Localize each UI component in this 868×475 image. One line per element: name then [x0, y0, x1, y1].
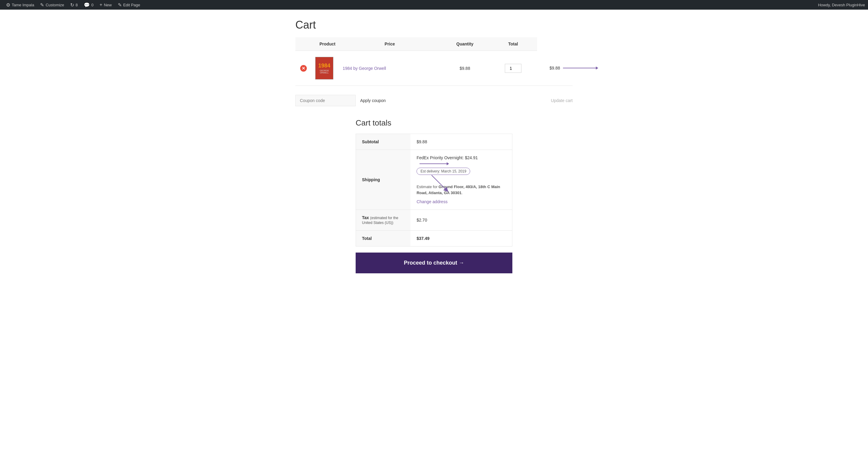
item-price: $9.88: [460, 66, 470, 71]
table-row: ✕ 1984 GEORGEORWELL 1984 by George Orwel…: [296, 51, 572, 86]
total-label: Total: [356, 231, 411, 246]
total-value: $37.49: [410, 231, 512, 246]
col-product-thumbnail: 1984 GEORGEORWELL: [312, 51, 339, 86]
edit-icon: ✎: [40, 2, 44, 8]
col-quantity: [489, 51, 537, 86]
subtotal-value: $9.88: [410, 134, 512, 150]
plus-icon: +: [99, 2, 102, 7]
col-price: $9.88: [440, 51, 489, 86]
shipping-method: FedEx Priority Overnight: $24.91: [416, 155, 506, 165]
cart-totals-title: Cart totals: [355, 118, 513, 128]
col-product-name: 1984 by George Orwell: [339, 51, 441, 86]
cart-table: Product Price Quantity Total ✕ 1984: [296, 37, 572, 86]
item-total: $9.88: [550, 66, 560, 70]
quantity-input[interactable]: [505, 64, 521, 73]
total-col-wrapper: $9.88: [550, 66, 560, 70]
admin-bar-comments[interactable]: 💬 0: [81, 0, 96, 10]
shipping-right-arrow: [420, 162, 449, 165]
arrow-line: [563, 68, 596, 68]
col-remove: ✕: [296, 51, 312, 86]
updates-icon: ↻: [70, 2, 74, 8]
coupon-left: Apply coupon: [296, 95, 386, 106]
col-header-total: Total: [489, 37, 537, 51]
admin-bar: ⚙ Tame Impala ✎ Customize ↻ 8 💬 0 + New …: [0, 0, 868, 10]
apply-coupon-button[interactable]: Apply coupon: [360, 98, 386, 103]
tax-value: $2.70: [410, 210, 512, 231]
totals-table: Subtotal $9.88 Shipping FedEx Priority O…: [355, 134, 513, 246]
shipping-cell-wrapper: FedEx Priority Overnight: $24.91 Est del…: [416, 155, 506, 204]
total-row: Total $37.49: [356, 231, 513, 246]
subtotal-row: Subtotal $9.88: [356, 134, 513, 150]
wordpress-icon: ⚙: [6, 2, 10, 8]
tax-label: Tax (estimated for the United States (US…: [356, 210, 411, 231]
arrow-head-right: [447, 162, 449, 165]
admin-bar-updates[interactable]: ↻ 8: [67, 0, 81, 10]
admin-bar-site[interactable]: ⚙ Tame Impala: [3, 0, 37, 10]
user-greeting: Howdy, Devesh PluginHive: [818, 3, 865, 7]
cart-totals-section: Cart totals Subtotal $9.88 Shipping FedE…: [355, 118, 513, 273]
product-link[interactable]: 1984 by George Orwell: [343, 66, 386, 71]
cart-table-wrapper: Product Price Quantity Total ✕ 1984: [296, 37, 572, 86]
coupon-row: Apply coupon Update cart: [296, 95, 572, 106]
admin-bar-new[interactable]: + New: [96, 0, 115, 10]
tax-row: Tax (estimated for the United States (US…: [356, 210, 513, 231]
site-name: Tame Impala: [12, 3, 34, 7]
est-delivery-wrapper: Est delivery: March 15, 2019: [416, 168, 470, 177]
col-header-price: Price: [339, 37, 441, 51]
col-header-quantity: Quantity: [440, 37, 489, 51]
shipping-estimate-text: Estimate for Ground Floor, 493/A, 18th C…: [416, 184, 506, 196]
book-title-text: 1984: [318, 63, 330, 68]
remove-item-button[interactable]: ✕: [300, 65, 307, 72]
proceed-to-checkout-button[interactable]: Proceed to checkout →: [355, 252, 513, 273]
arrow-head: [596, 67, 598, 70]
comments-icon: 💬: [84, 2, 90, 8]
arrow-h-line: [420, 164, 447, 164]
remove-icon: ✕: [300, 65, 307, 72]
shipping-label: Shipping: [356, 150, 411, 210]
total-arrow-annotation: [563, 67, 598, 70]
shipping-row: Shipping FedEx Priority Overnight: $24.9…: [356, 150, 513, 210]
change-address-link[interactable]: Change address: [416, 199, 506, 204]
admin-bar-right: Howdy, Devesh PluginHive: [818, 3, 865, 7]
est-delivery-badge: Est delivery: March 15, 2019: [416, 168, 470, 175]
book-author-text: GEORGEORWELL: [320, 70, 329, 74]
page-title: Cart: [296, 19, 572, 31]
subtotal-label: Subtotal: [356, 134, 411, 150]
page-content: Cart Product Price Quantity Total ✕: [289, 10, 579, 297]
product-image: 1984 GEORGEORWELL: [315, 57, 333, 79]
col-header-product: Product: [296, 37, 339, 51]
update-cart-button[interactable]: Update cart: [551, 98, 572, 103]
page-edit-icon: ✎: [118, 2, 122, 8]
admin-bar-customize[interactable]: ✎ Customize: [37, 0, 67, 10]
shipping-cell: FedEx Priority Overnight: $24.91 Est del…: [410, 150, 512, 210]
col-total: $9.88: [537, 51, 572, 86]
coupon-input[interactable]: [296, 95, 355, 106]
admin-bar-edit-page[interactable]: ✎ Edit Page: [115, 0, 143, 10]
